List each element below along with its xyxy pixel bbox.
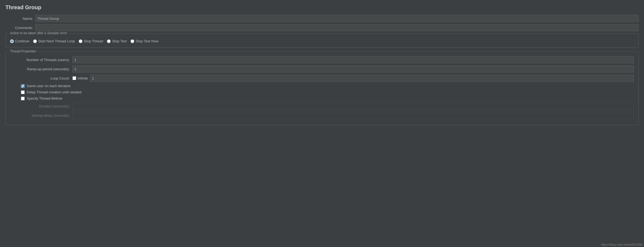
radio-stop-thread[interactable]: Stop Thread [79, 39, 103, 43]
radio-stop-test-now[interactable]: Stop Test Now [130, 39, 158, 43]
infinite-label: Infinite [78, 76, 88, 80]
num-threads-row: Number of Threads (users): [10, 56, 634, 63]
action-radio-group: Continue Start Next Thread Loop Stop Thr… [9, 36, 635, 44]
startup-delay-input[interactable] [72, 112, 634, 119]
same-user-checkbox[interactable] [21, 84, 25, 88]
name-input[interactable] [35, 15, 639, 22]
startup-delay-row: Startup delay (seconds): [10, 112, 634, 119]
num-threads-input[interactable] [72, 56, 634, 63]
delay-thread-row: Delay Thread creation until needed [21, 90, 634, 94]
infinite-checkbox[interactable] [72, 76, 76, 80]
duration-input[interactable] [72, 103, 634, 110]
url-bar: https://blog.csdn.net/wd521090 [600, 242, 644, 247]
radio-stop-test-now-label: Stop Test Now [136, 39, 158, 43]
specify-lifetime-checkbox[interactable] [21, 97, 25, 100]
page-title: Thread Group [5, 4, 639, 11]
same-user-row: Same user on each iteration [21, 84, 634, 88]
radio-stop-thread-label: Stop Thread [84, 39, 103, 43]
radio-continue-input[interactable] [10, 39, 14, 43]
loop-count-row: Loop Count: Infinite [10, 75, 634, 82]
num-threads-label: Number of Threads (users): [10, 58, 72, 62]
main-container: Thread Group Name: Comments: Action to b… [0, 0, 644, 129]
startup-delay-label: Startup delay (seconds): [10, 113, 72, 118]
comments-input[interactable] [35, 24, 639, 31]
radio-stop-test-label: Stop Test [112, 39, 127, 43]
action-legend: Action to be taken after a Sampler error [8, 31, 69, 35]
loop-count-input[interactable] [90, 75, 634, 82]
rampup-input[interactable] [72, 65, 634, 72]
specify-lifetime-row: Specify Thread lifetime [21, 96, 634, 100]
action-section: Action to be taken after a Sampler error… [5, 33, 639, 48]
radio-stop-test-input[interactable] [107, 39, 111, 43]
radio-start-next-label: Start Next Thread Loop [38, 39, 75, 43]
radio-stop-test-now-input[interactable] [130, 39, 134, 43]
radio-start-next[interactable]: Start Next Thread Loop [33, 39, 75, 43]
duration-label: Duration (seconds): [10, 104, 72, 108]
name-label: Name: [5, 17, 35, 21]
duration-row: Duration (seconds): [10, 103, 634, 110]
thread-props-section: Thread Properties Number of Threads (use… [5, 52, 639, 125]
specify-lifetime-label: Specify Thread lifetime [27, 96, 62, 100]
thread-props-legend: Thread Properties [8, 49, 38, 53]
delay-thread-checkbox[interactable] [21, 90, 25, 94]
radio-continue-label: Continue [15, 39, 29, 43]
infinite-wrap: Infinite [72, 76, 88, 80]
loop-count-label: Loop Count: [10, 76, 72, 80]
same-user-label: Same user on each iteration [27, 84, 71, 88]
rampup-label: Ramp-up period (seconds): [10, 67, 72, 71]
radio-start-next-input[interactable] [33, 39, 37, 43]
radio-stop-test[interactable]: Stop Test [107, 39, 127, 43]
radio-continue[interactable]: Continue [10, 39, 29, 43]
name-row: Name: [5, 15, 639, 22]
delay-thread-label: Delay Thread creation until needed [27, 90, 81, 94]
radio-stop-thread-input[interactable] [79, 39, 82, 43]
comments-label: Comments: [5, 26, 35, 30]
rampup-row: Ramp-up period (seconds): [10, 65, 634, 72]
comments-row: Comments: [5, 24, 639, 31]
